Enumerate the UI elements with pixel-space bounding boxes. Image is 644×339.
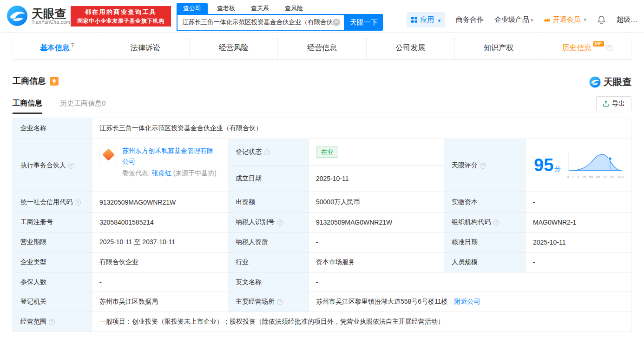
subtab-history-business-info[interactable]: 历史工商信息0 xyxy=(60,99,105,108)
nav-enterprise-products[interactable]: 企业级产品 xyxy=(494,15,533,24)
table-row: 工商注册号 320584001585214 纳税人识别号 91320509MAG… xyxy=(13,213,631,233)
establish-date-value: 2025-10-11 xyxy=(309,166,444,192)
field-label: 主要经营场所 xyxy=(228,292,309,312)
export-icon xyxy=(603,100,609,107)
field-label: 经营范围 xyxy=(13,312,92,332)
crown-icon xyxy=(544,17,551,22)
industry-value: 资本市场服务 xyxy=(309,253,444,273)
tab-history-info[interactable]: 历史信息 VIP xyxy=(543,37,631,59)
search-tab-boss[interactable]: 查老板 xyxy=(210,3,242,14)
field-label: 登记机关 xyxy=(13,292,92,312)
info-icon[interactable] xyxy=(277,299,283,305)
table-row: 统一社会信用代码 91320509MAG0WNR21W 出资额 50000万人民… xyxy=(13,192,631,213)
score-unit: 分 xyxy=(554,165,561,173)
search-button[interactable]: 天眼一下 xyxy=(345,14,383,31)
status-badge: 在业 xyxy=(316,146,338,158)
business-address-cell: 苏州市吴江区黎里镇汾湖大道558号6号楼11楼 附近公司 xyxy=(309,292,631,312)
info-icon[interactable] xyxy=(49,319,55,325)
field-label: 营业期限 xyxy=(13,233,92,253)
chevron-down-icon xyxy=(437,16,440,24)
company-type-value: 有限合伙企业 xyxy=(92,253,228,273)
search-tab-relation[interactable]: 查关系 xyxy=(244,3,276,14)
section-title: 工商信息 xyxy=(13,75,46,86)
field-label: 出资额 xyxy=(228,192,309,213)
notifications-button[interactable] xyxy=(597,15,606,24)
search-input[interactable] xyxy=(182,19,333,26)
business-term-value: 2025-10-11 至 2037-10-11 xyxy=(92,233,228,253)
table-row: 营业期限 2025-10-11 至 2037-10-11 纳税人资质 - 核准日… xyxy=(13,233,631,253)
tianyancha-logo-icon xyxy=(7,5,28,27)
field-label: 参保人数 xyxy=(13,273,92,292)
info-icon[interactable] xyxy=(277,219,283,226)
tab-count: 7 xyxy=(71,42,74,49)
header-nav: 应用 商务合作 企业级产品 开通会员 超级… xyxy=(407,12,637,27)
promo-line1: 都在用的商业查询工具 xyxy=(71,7,171,17)
staff-size-value: - xyxy=(526,253,631,273)
info-icon[interactable] xyxy=(75,199,81,206)
field-label: 纳税人资质 xyxy=(228,233,309,253)
vip-badge: VIP xyxy=(593,41,604,47)
taxpayer-quality-value: - xyxy=(309,233,444,253)
tab-company-development[interactable]: 公司发展 xyxy=(366,37,454,59)
clear-search-icon[interactable] xyxy=(333,19,340,26)
field-label: 企业名称 xyxy=(13,118,92,139)
promo-badge: 都在用的商业查询工具 国家中小企业发展子基金旗下机构 xyxy=(71,6,171,27)
score-cell: 95分 0131550859799100 xyxy=(526,139,631,192)
business-address-value: 苏州市吴江区黎里镇汾湖大道558号6号楼11楼 xyxy=(316,298,448,305)
subscribe-bell-icon[interactable] xyxy=(50,77,59,86)
reg-status-cell: 在业 xyxy=(309,139,444,166)
logo-subtitle: TianYanCha.com xyxy=(32,20,70,25)
export-button[interactable]: 导出 xyxy=(596,96,631,111)
nearby-companies-link[interactable]: 附近公司 xyxy=(454,298,480,305)
field-label: 实缴资本 xyxy=(444,192,526,213)
credit-code-value: 91320509MAG0WNR21W xyxy=(92,192,228,213)
subtab-business-info[interactable]: 工商信息 xyxy=(13,99,42,114)
search-tabs: 查公司 查老板 查关系 查风险 xyxy=(177,3,383,14)
partner-company-link[interactable]: 苏州东方创禾私募基金管理有限公司 xyxy=(122,147,213,165)
business-info-table: 企业名称 江苏长三角一体化示范区投资基金合伙企业（有限合伙） 执行事务合伙人 苏… xyxy=(13,118,631,332)
search-tab-company[interactable]: 查公司 xyxy=(177,3,208,14)
search-box xyxy=(177,14,345,31)
table-row: 执行事务合伙人 苏州东方创禾私募基金管理有限公司 委派代表: 张彦红 (来源于中… xyxy=(13,139,631,166)
info-icon[interactable] xyxy=(264,149,270,155)
rep-name-link[interactable]: 张彦红 xyxy=(152,169,171,177)
search-tab-risk[interactable]: 查风险 xyxy=(278,3,309,14)
tab-operation-risk[interactable]: 经营风险 xyxy=(189,37,277,59)
insured-count-value: - xyxy=(92,273,228,292)
promo-line2: 国家中小企业发展子基金旗下机构 xyxy=(71,17,171,25)
table-row: 参保人数 - 英文名称 - xyxy=(13,273,631,292)
subtabs: 工商信息 历史工商信息0 xyxy=(13,99,105,114)
rep-label: 委派代表: xyxy=(122,169,150,177)
tab-basic-info[interactable]: 基本信息7 xyxy=(13,37,101,59)
apps-label: 应用 xyxy=(420,15,434,24)
reg-authority-value: 苏州市吴江区数据局 xyxy=(92,292,228,312)
score-axis-labels: 0131550859799100 xyxy=(567,175,624,179)
field-label: 纳税人识别号 xyxy=(228,213,309,233)
nav-open-membership[interactable]: 开通会员 xyxy=(544,15,586,24)
tab-legal-proceedings[interactable]: 法律诉讼 xyxy=(101,37,189,59)
top-header: 天眼查 TianYanCha.com 都在用的商业查询工具 国家中小企业发展子基… xyxy=(0,0,644,33)
rep-source: (来源于中基协) xyxy=(173,169,217,177)
nav-super-vip[interactable]: 超级… xyxy=(617,15,637,24)
english-name-value: - xyxy=(309,273,631,292)
capital-value: 50000万人民币 xyxy=(309,192,444,213)
info-icon[interactable] xyxy=(493,219,499,226)
field-label: 天眼评分 xyxy=(444,139,526,192)
field-label: 行业 xyxy=(228,253,309,273)
apps-menu[interactable]: 应用 xyxy=(407,12,445,27)
info-icon[interactable] xyxy=(606,45,612,51)
field-label: 人员规模 xyxy=(444,253,526,273)
nav-business-coop[interactable]: 商务合作 xyxy=(456,15,484,24)
paid-capital-value: - xyxy=(526,192,631,213)
org-code-value: MAG0WNR2-1 xyxy=(526,213,631,233)
tab-intellectual-property[interactable]: 知识产权 xyxy=(454,37,543,59)
reg-number-value: 320584001585214 xyxy=(92,213,228,233)
table-row: 企业类型 有限合伙企业 行业 资本市场服务 人员规模 - xyxy=(13,253,631,273)
info-icon[interactable] xyxy=(68,163,74,169)
company-logo[interactable] xyxy=(99,146,117,163)
table-row: 企业名称 江苏长三角一体化示范区投资基金合伙企业（有限合伙） xyxy=(13,118,631,139)
info-icon[interactable] xyxy=(480,163,486,169)
tab-operation-info[interactable]: 经营信息 xyxy=(277,37,366,59)
tianyancha-logo[interactable]: 天眼查 TianYanCha.com xyxy=(7,5,70,27)
company-name-value: 江苏长三角一体化示范区投资基金合伙企业（有限合伙） xyxy=(92,118,631,139)
